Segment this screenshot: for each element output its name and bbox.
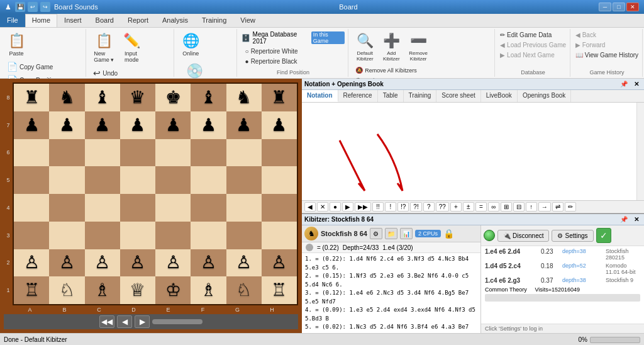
add-kibitzer-button[interactable]: ➕ AddKibitzer [379,30,404,64]
paste-button[interactable]: 📋 Paste [4,30,29,59]
close-button[interactable]: ✕ [626,3,639,11]
disconnect-button[interactable]: 🔌 Disconnect [497,230,549,242]
tool-right-button[interactable]: → [538,202,551,212]
tool-exchange-button[interactable]: ⇌ [552,202,564,212]
back-button[interactable]: ◀ Back [572,30,599,40]
tool-blunder-button[interactable]: ?? [436,202,449,212]
chess-square[interactable]: ♗ [191,276,226,304]
chess-square[interactable] [85,222,120,249]
tab-board[interactable]: Board [89,14,121,27]
forward-button[interactable]: ▶ Forward [572,40,609,50]
tool-up-button[interactable]: ↑ [526,202,537,212]
chess-square[interactable]: ♚ [155,84,191,111]
chess-square[interactable]: ♞ [49,84,84,111]
view-history-button[interactable]: 📖 View Game History [572,50,641,60]
rep-white-button[interactable]: ○ Repertoire White [242,47,301,56]
tab-reference[interactable]: Reference [338,90,378,102]
chess-square[interactable] [191,194,226,222]
check-button[interactable]: ✓ [596,228,611,243]
chess-square[interactable] [155,194,191,222]
remove-all-button[interactable]: 🔕 Remove All Kibitzers [352,65,420,75]
chess-square[interactable]: ♘ [49,276,84,304]
tab-table[interactable]: Table [378,90,404,102]
chess-square[interactable]: ♟ [155,111,191,139]
tool-plus-button[interactable]: + [450,202,462,212]
chess-square[interactable] [49,166,84,194]
panel-close-button[interactable]: ✕ [631,80,641,88]
chess-square[interactable] [191,222,226,249]
chess-square[interactable]: ♖ [262,276,297,304]
tool-pencil-button[interactable]: ✏ [565,202,576,212]
chess-square[interactable]: ♙ [85,249,120,277]
input-mode-button[interactable]: ✏️ Inputmode [119,30,144,65]
panel-pin-icon[interactable]: 📌 [618,80,630,88]
tab-score-sheet[interactable]: Score sheet [436,90,480,102]
chess-square[interactable]: ♜ [262,84,297,111]
chess-square[interactable]: ♖ [14,276,49,304]
tool-start-button[interactable]: ◀ [304,202,316,212]
chess-square[interactable]: ♜ [14,84,49,111]
chess-square[interactable]: ♔ [155,276,191,304]
tool-box-button[interactable]: ⊞ [501,202,512,212]
chess-square[interactable] [14,194,49,222]
tool-box2-button[interactable]: ⊟ [513,202,525,212]
chess-square[interactable] [155,222,191,249]
chess-square[interactable] [85,194,120,222]
online-button[interactable]: 🌐 Online [178,30,203,59]
chess-square[interactable] [120,166,155,194]
chess-square[interactable]: ♘ [226,276,262,304]
chess-square[interactable] [262,194,297,222]
copy-game-button[interactable]: 📄 Copy Game [4,60,62,73]
chess-square[interactable] [120,194,155,222]
tool-delete-button[interactable]: ✕ [317,202,328,212]
chess-square[interactable]: ♙ [155,249,191,277]
tab-training[interactable]: Training [195,14,233,27]
tab-home[interactable]: Home [25,14,57,27]
chess-square[interactable] [85,139,120,167]
tool-good-button[interactable]: ! [385,202,396,212]
chess-square[interactable] [49,194,84,222]
nav-next-button[interactable]: ▶ [135,315,150,328]
nav-start-button[interactable]: ◀◀ [99,315,114,328]
chess-square[interactable] [262,139,297,167]
save-icon[interactable]: 💾 [15,2,25,12]
engine-settings-button[interactable]: ⚙ Settings [552,230,593,242]
kibitzer-close-button[interactable]: ✕ [631,215,641,223]
remove-kibitzer-button[interactable]: ➖ RemoveKibitzer [405,30,431,64]
chess-square[interactable] [191,139,226,167]
chess-square[interactable]: ♙ [49,249,84,277]
chess-square[interactable] [226,194,262,222]
chess-square[interactable] [49,222,84,249]
chess-square[interactable] [155,139,191,167]
chess-square[interactable] [262,222,297,249]
chess-square[interactable]: ♟ [120,111,155,139]
chess-square[interactable]: ♝ [191,84,226,111]
chess-square[interactable]: ♟ [49,111,84,139]
tab-view[interactable]: View [233,14,262,27]
chess-square[interactable]: ♟ [262,111,297,139]
load-prev-button[interactable]: ◀ Load Previous Game [497,40,569,50]
tool-infinity-button[interactable]: ∞ [488,202,499,212]
tool-interesting-button[interactable]: !? [397,202,409,212]
maximize-button[interactable]: □ [613,3,625,11]
chess-square[interactable]: ♙ [14,249,49,277]
chess-square[interactable]: ♙ [262,249,297,277]
kibitzer-pin-icon[interactable]: 📌 [618,215,630,223]
default-kibitzer-button[interactable]: 🔍 DefaultKibitzer [352,30,377,64]
chess-square[interactable] [226,166,262,194]
tab-training[interactable]: Training [404,90,437,102]
tab-openings-book[interactable]: Openings Book [518,90,571,102]
tab-file[interactable]: File [0,14,25,27]
tool-dubious-button[interactable]: ?! [410,202,421,212]
engine-config-button[interactable]: ⚙ [370,228,382,239]
chess-square[interactable] [85,166,120,194]
new-game-button[interactable]: 📋 NewGame ▾ [90,30,118,65]
tab-notation[interactable]: Notation [302,90,338,102]
edit-game-button[interactable]: ✏ Edit Game Data [497,30,555,40]
chess-square[interactable] [120,139,155,167]
notation-scrollbar[interactable] [636,103,644,200]
chess-square[interactable]: ♙ [120,249,155,277]
tool-excellent-button[interactable]: !! [372,202,384,212]
engine-graph-button[interactable]: 📊 [400,228,413,239]
chess-square[interactable] [14,166,49,194]
